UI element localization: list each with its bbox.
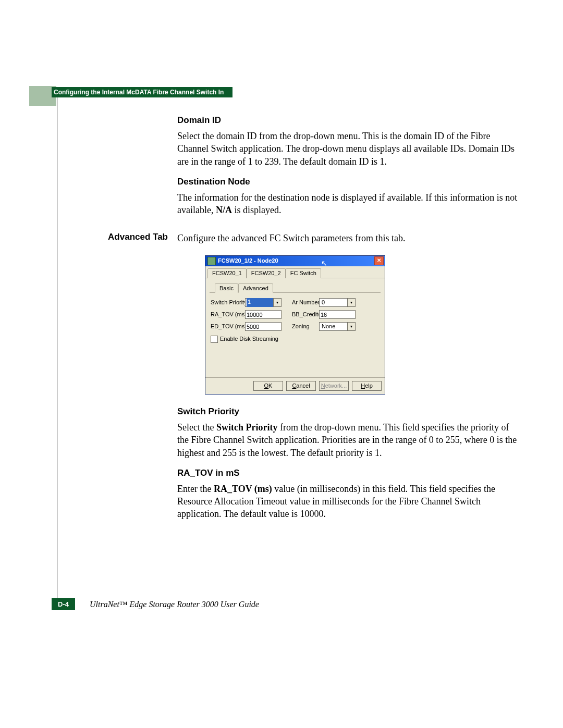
dialog-form: Switch Priority 1 ▾ Ar Number 0 ▾	[205, 293, 385, 377]
tab-fcsw20-1[interactable]: FCSW20_1	[207, 268, 247, 278]
input-ra-tov[interactable]	[245, 310, 282, 319]
tab-fcsw20-2[interactable]: FCSW20_2	[247, 268, 286, 278]
switch-priority-body: Select the Switch Priority from the drop…	[177, 421, 521, 459]
destination-node-heading: Destination Node	[177, 176, 521, 188]
advanced-tab-side-label: Advanced Tab	[65, 232, 177, 528]
help-button[interactable]: Help	[352, 381, 382, 391]
tab-basic[interactable]: Basic	[215, 283, 238, 293]
input-zoning[interactable]: None ▾	[319, 322, 356, 331]
label-bb-credits: BB_Credits:	[292, 311, 319, 318]
switch-priority-heading: Switch Priority	[177, 406, 521, 418]
page: Configuring the Internal McDATA Fibre Ch…	[0, 0, 563, 728]
ok-button[interactable]: OK	[253, 381, 283, 391]
advanced-tab-body: Configure the advanced FC Switch paramet…	[177, 232, 521, 244]
dialog-button-row: OK Cancel Network... Help	[205, 377, 385, 394]
chevron-down-icon: ▾	[347, 299, 355, 306]
dialog-titlebar[interactable]: FCSW20_1/2 - Node20 ↖ ✕	[205, 256, 385, 266]
network-button: Network...	[319, 381, 349, 391]
input-ed-tov[interactable]	[245, 322, 282, 331]
tab-advanced[interactable]: Advanced	[238, 283, 273, 293]
ra-tov-body: Enter the RA_TOV (ms) value (in millisec…	[177, 483, 521, 521]
label-zoning: Zoning	[292, 323, 319, 330]
label-ra-tov: RA_TOV (ms):	[211, 311, 245, 318]
cancel-button[interactable]: Cancel	[286, 381, 316, 391]
domain-id-heading: Domain ID	[177, 115, 521, 127]
label-ar-number: Ar Number	[292, 299, 319, 306]
app-icon	[207, 257, 216, 265]
input-switch-priority[interactable]: 1 ▾	[245, 298, 282, 307]
cursor-icon: ↖	[321, 258, 327, 268]
tab-fc-switch[interactable]: FC Switch	[286, 268, 321, 278]
tabstrip-secondary: Basic Advanced	[210, 281, 381, 293]
domain-id-body: Select the domain ID from the drop-down …	[177, 130, 521, 168]
content-area: Domain ID Select the domain ID from the …	[65, 109, 521, 536]
destination-node-body: The information for the destination node…	[177, 191, 521, 217]
ra-tov-heading: RA_TOV in mS	[177, 467, 521, 479]
label-enable-disk-streaming: Enable Disk Streaming	[220, 335, 278, 343]
close-button[interactable]: ✕	[374, 256, 384, 265]
label-ed-tov: ED_TOV (ms):	[211, 323, 245, 330]
chevron-down-icon: ▾	[273, 299, 281, 306]
header-bar: Configuring the Internal McDATA Fibre Ch…	[52, 87, 232, 97]
checkbox-enable-disk-streaming[interactable]	[211, 336, 218, 343]
dialog-title: FCSW20_1/2 - Node20	[218, 257, 374, 265]
vertical-rule	[57, 97, 57, 599]
guide-title: UltraNet™ Edge Storage Router 3000 User …	[90, 600, 259, 609]
page-number-badge: D-4	[52, 598, 75, 610]
fc-switch-dialog: FCSW20_1/2 - Node20 ↖ ✕ FCSW20_1 FCSW20_…	[205, 255, 385, 394]
input-ar-number[interactable]: 0 ▾	[319, 298, 356, 307]
label-switch-priority: Switch Priority	[211, 299, 245, 306]
input-bb-credits[interactable]	[319, 310, 356, 319]
page-footer: D-4 UltraNet™ Edge Storage Router 3000 U…	[52, 598, 259, 610]
tabstrip-primary: FCSW20_1 FCSW20_2 FC Switch	[205, 266, 385, 278]
chevron-down-icon: ▾	[347, 323, 355, 330]
